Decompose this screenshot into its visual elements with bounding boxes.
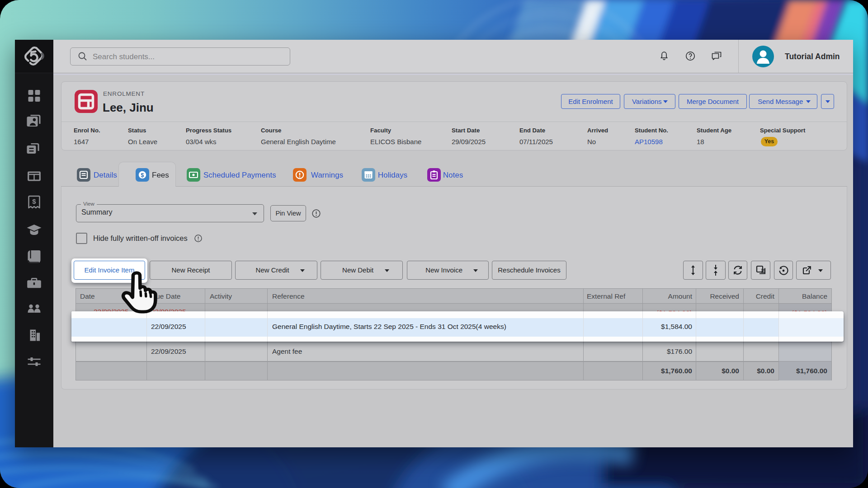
svg-text:$: $	[32, 197, 36, 205]
svg-text:$: $	[141, 172, 144, 178]
